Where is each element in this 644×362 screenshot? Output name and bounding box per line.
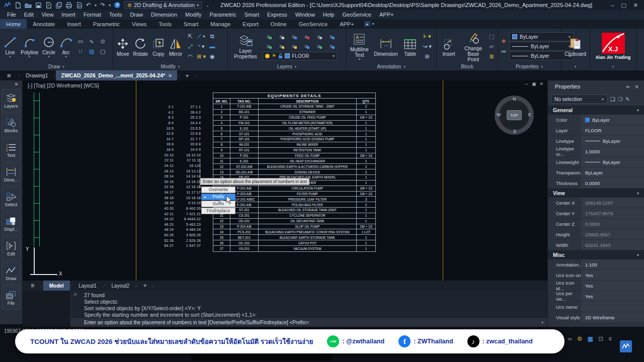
match-properties-icon[interactable]: ❖ (501, 38, 506, 45)
close-button[interactable]: ✕ (633, 2, 638, 9)
menu-edit[interactable]: Edit (20, 12, 38, 18)
ribbon-tab-online[interactable]: Online (265, 19, 293, 29)
layer-prev-icon[interactable]: ≡ (267, 44, 270, 49)
rectangle-icon[interactable]: ▭ (78, 38, 83, 45)
qat-customize-icon[interactable]: ⌄ (206, 3, 209, 8)
menu-window[interactable]: Window (291, 12, 319, 18)
workspace-switcher[interactable]: ⚙ 2D Drafting & Annotation ▾ (124, 1, 202, 9)
toolbox-layers-button[interactable]: Layers (2, 89, 21, 113)
toolbox-draw-button[interactable]: Draw (2, 261, 21, 285)
hatch-icon[interactable]: ▨ (89, 48, 94, 55)
layer-isolate-icon[interactable]: ≡ (317, 34, 320, 39)
prop-value[interactable]: Yes (581, 270, 644, 280)
region-icon[interactable]: ▢ (100, 48, 105, 55)
layers-panel-label[interactable]: Layers▾ (228, 63, 346, 70)
compass-top-face[interactable]: TOP (507, 110, 522, 120)
prop-value[interactable]: Yes (581, 281, 644, 291)
command-input[interactable]: Enter an option about the placement of n… (71, 318, 547, 327)
help-icon[interactable]: ? (114, 2, 120, 8)
ribbon-tab-home[interactable]: Home (0, 19, 27, 29)
toolbox-text-button[interactable]: 123 Text (2, 138, 21, 162)
navigation-compass[interactable]: N W E S TOP (495, 96, 534, 135)
explode-icon[interactable]: ◠ (188, 53, 193, 60)
toolbox-display-button[interactable]: Displ... (2, 212, 21, 236)
toolbox-blocks-button[interactable]: Blocks (2, 114, 21, 137)
draw-panel-label[interactable]: Draw▾ (0, 63, 113, 70)
polyline-button[interactable]: Polyline▾ (19, 34, 40, 59)
break-icon[interactable]: ◉ (210, 53, 215, 60)
prop-value[interactable]: 2D Wireframe (581, 312, 644, 322)
offset-icon[interactable]: ⧉ (210, 33, 214, 40)
viewport-minimize-icon[interactable]: ─ (525, 81, 528, 86)
erase-icon[interactable]: ▬ (210, 43, 215, 49)
copy-button[interactable]: Copy (150, 36, 167, 57)
change-base-point-button[interactable]: Change Base Point (460, 30, 487, 63)
section-misc[interactable]: Misc▾ (548, 250, 644, 259)
menu-item-findreplace[interactable]: Findreplace (201, 208, 235, 214)
save-as-icon[interactable] (45, 2, 52, 9)
tab-layout2[interactable]: Layout2 (106, 281, 136, 291)
properties-panel-label[interactable]: Properties▾ (498, 63, 560, 70)
prop-value-linetype[interactable]: ByLayer (581, 136, 644, 146)
grid-icon[interactable]: ▦ (588, 335, 593, 342)
redo-caret-icon[interactable]: ▾ (109, 3, 111, 8)
xj-panel-label[interactable]: ▾ (590, 63, 636, 70)
menu-tools[interactable]: Tools (105, 12, 126, 18)
compass-west[interactable]: W (497, 112, 501, 117)
menu-parametric[interactable]: Parametric (205, 12, 240, 18)
tiktok-contact[interactable]: ♪ : zwcad_thailand (467, 335, 533, 347)
stretch-icon[interactable]: ⇱ (188, 33, 192, 40)
prop-value[interactable]: 0.0000 (581, 219, 644, 229)
command-expand-icon[interactable]: ▾ (541, 320, 543, 325)
ribbon-collapse-icon[interactable]: ▴ (364, 21, 370, 27)
toolbox-close-icon[interactable]: ✕ (0, 80, 22, 88)
ribbon-options-icon[interactable]: ▾ (372, 22, 374, 26)
undo-caret-icon[interactable]: ▾ (95, 3, 97, 8)
layer-bulb-icon[interactable]: ≡ (279, 44, 282, 49)
annotation-panel-label[interactable]: Annotation▾ (346, 63, 436, 70)
palette-close-icon[interactable]: ✕ (635, 84, 639, 89)
ribbon-tab-tools[interactable]: Tools (152, 19, 178, 29)
ribbon-tab-smart[interactable]: Smart (178, 19, 204, 29)
trim-icon[interactable]: ⟋ ▾ (197, 33, 205, 40)
rotate-button[interactable]: Rotate (131, 36, 149, 57)
copy-icon[interactable] (55, 2, 62, 9)
ellipse-icon[interactable]: ⊙ (100, 38, 105, 45)
preview-icon[interactable] (76, 2, 83, 9)
create-block-icon[interactable]: ⬚ (489, 33, 494, 40)
selection-dropdown[interactable]: No selection ▾ (551, 95, 607, 104)
palette-pin-icon[interactable]: ⇤ (626, 84, 630, 89)
gear-icon[interactable]: ⚙ (577, 335, 583, 342)
compass-north[interactable]: N (513, 97, 516, 102)
layer-unisolate-icon[interactable]: ≡ (317, 44, 320, 49)
ribbon-tab-insert[interactable]: Insert (61, 19, 87, 29)
command-panel[interactable]: ✕ 27 foundSelect objects:Sort selected o… (70, 291, 547, 327)
ribbon-tab-annotate[interactable]: Annotate (27, 19, 61, 29)
ribbon-tab-app-plus[interactable]: APP+ (334, 19, 360, 29)
dim-style-icon[interactable]: Ⱶ ▾ (424, 33, 431, 40)
menu-express[interactable]: Express (263, 12, 291, 18)
prop-value[interactable]: 175407.8076 (581, 208, 644, 218)
new-doc-tab-button[interactable]: + (180, 72, 194, 79)
scale-icon[interactable]: ⤢ (188, 43, 193, 50)
quick-select-icon[interactable]: ❏ (610, 96, 615, 103)
prop-value-layer[interactable]: FLOOR (581, 125, 644, 135)
multiline-text-button[interactable]: A Multiline Text▾ (348, 31, 371, 61)
plugin-tile[interactable] (620, 340, 632, 352)
menu-app-plus[interactable]: APP+ (375, 12, 397, 18)
menu-dimension[interactable]: Dimension (147, 12, 181, 18)
tab-model[interactable]: Model (43, 281, 70, 291)
line-contact[interactable]: LINE : @zwthailand (327, 335, 384, 347)
circle-button[interactable]: Circle▾ (41, 34, 57, 59)
block-attrs-icon[interactable]: ≣ (489, 53, 494, 60)
viewport-close-icon[interactable]: ✕ (539, 81, 543, 86)
layer-freeze-icon[interactable]: ≡ (292, 34, 295, 39)
modify-panel-label[interactable]: Modify▾ (113, 63, 227, 70)
redo-icon[interactable]: ↷ (100, 2, 105, 8)
prop-value[interactable]: 62241.1943 (581, 240, 644, 250)
prop-value-transparency[interactable]: ByLayer (581, 167, 644, 177)
undo-icon[interactable]: ↶ (86, 2, 91, 8)
ribbon-tab-views[interactable]: Views (126, 19, 152, 29)
ribbon-tab-parametric[interactable]: Parametric (87, 19, 126, 29)
open-file-icon[interactable] (25, 2, 32, 9)
